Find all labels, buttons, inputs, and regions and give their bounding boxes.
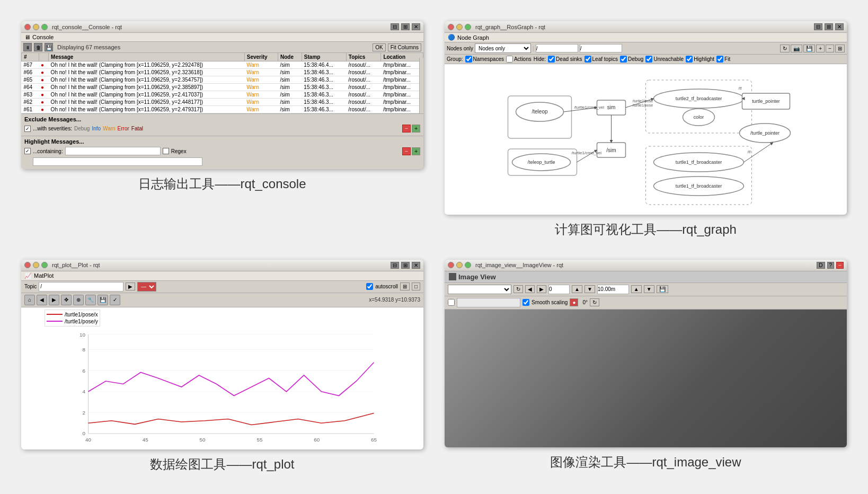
- imgview-scale-up-btn[interactable]: ▲: [631, 285, 642, 293]
- highlight-checkbox[interactable]: ✓: [24, 148, 31, 154]
- plot-config-select[interactable]: —: [137, 282, 156, 292]
- imgview-checkbox[interactable]: [448, 299, 455, 306]
- table-row[interactable]: #62 ● Oh no! I hit the wall! (Clamping f…: [22, 99, 423, 106]
- table-row[interactable]: #63 ● Oh no! I hit the wall! (Clamping f…: [22, 91, 423, 99]
- max-btn[interactable]: [41, 24, 48, 30]
- highlight-checkbox[interactable]: [686, 56, 693, 63]
- imgview-scale-down-btn[interactable]: ▼: [644, 285, 654, 293]
- table-row[interactable]: #66 ● Oh no! I hit the wall! (Clamping f…: [22, 69, 423, 76]
- table-row[interactable]: #67 ● Oh no! I hit the wall! (Clamping f…: [22, 61, 423, 69]
- imgview-zoom-down-btn[interactable]: ▼: [584, 285, 595, 293]
- graph-save-btn[interactable]: 💾: [803, 45, 815, 52]
- imgview-icon-1[interactable]: D: [817, 262, 825, 269]
- highlight-add-btn[interactable]: +: [412, 147, 420, 155]
- smooth-scaling-checkbox[interactable]: [522, 299, 529, 306]
- graph-refresh-btn[interactable]: ↻: [780, 45, 790, 52]
- debug-checkbox[interactable]: [620, 56, 627, 63]
- console-icon-1[interactable]: ⊟: [391, 23, 399, 30]
- zoom-plot-icon[interactable]: ⊕: [73, 295, 84, 305]
- min-btn[interactable]: [33, 24, 39, 30]
- dead-sinks-checkbox[interactable]: [548, 56, 555, 63]
- row-icon: ●: [39, 61, 49, 69]
- home-plot-icon[interactable]: ⌂: [24, 295, 35, 305]
- clear-icon[interactable]: 🗑: [34, 43, 42, 51]
- plot-icon-2[interactable]: ⊞: [401, 262, 410, 269]
- exclude-remove-btn[interactable]: −: [402, 125, 411, 133]
- imgview-prev-btn[interactable]: ◀: [525, 285, 535, 293]
- highlight-input[interactable]: [65, 147, 161, 155]
- check-plot-icon[interactable]: ✓: [110, 295, 120, 305]
- imgview-zoom-input[interactable]: [548, 285, 570, 294]
- plot-btn1[interactable]: ⊞: [400, 283, 410, 290]
- graph-search2[interactable]: [580, 44, 622, 52]
- imgview-close-btn[interactable]: [448, 262, 454, 268]
- back-plot-icon[interactable]: ◀: [37, 295, 47, 305]
- plot-max-btn[interactable]: [41, 262, 48, 268]
- fit-checkbox[interactable]: [716, 56, 723, 63]
- imgview-scale-input[interactable]: [597, 285, 629, 294]
- svg-text:4: 4: [82, 389, 85, 394]
- graph-icon-1[interactable]: ⊟: [814, 23, 822, 30]
- fit-columns-button[interactable]: Fit Columns: [388, 43, 421, 51]
- graph-max-btn[interactable]: [465, 24, 471, 30]
- plot-close-icon[interactable]: ✕: [412, 262, 420, 269]
- regex-checkbox[interactable]: [163, 148, 169, 154]
- table-row[interactable]: #61 ● Oh no! I hit the wall! (Clamping f…: [22, 106, 423, 113]
- save-plot-icon[interactable]: 💾: [98, 295, 108, 305]
- highlight-remove-btn[interactable]: −: [402, 147, 411, 155]
- console-close-icon[interactable]: ✕: [412, 23, 420, 30]
- plot-btn2[interactable]: □: [412, 283, 420, 290]
- imgview-rotate-btn[interactable]: ↻: [590, 298, 599, 306]
- table-row[interactable]: #65 ● Oh no! I hit the wall! (Clamping f…: [22, 76, 423, 84]
- imgview-icon-2[interactable]: ?: [827, 262, 835, 269]
- graph-icon-2[interactable]: ⊞: [825, 23, 833, 30]
- topic-input[interactable]: [39, 282, 123, 292]
- ok-button[interactable]: OK: [373, 43, 385, 51]
- ns-checkbox[interactable]: [465, 56, 472, 63]
- add-topic-btn[interactable]: ▶: [126, 283, 135, 290]
- imgview-text-input[interactable]: [457, 298, 520, 307]
- config-plot-icon[interactable]: 🔧: [85, 295, 96, 305]
- graph-close-btn[interactable]: [448, 24, 454, 30]
- highlight-input2[interactable]: [33, 157, 202, 166]
- console-scrollbar[interactable]: [419, 58, 423, 113]
- imgview-max-btn[interactable]: [465, 262, 471, 268]
- forward-plot-icon[interactable]: ▶: [49, 295, 59, 305]
- imgview-zoom-up-btn[interactable]: ▲: [572, 285, 582, 293]
- graph-close-icon[interactable]: ✕: [835, 23, 844, 30]
- save-icon[interactable]: 💾: [45, 43, 53, 51]
- svg-text:turtle_pointer: turtle_pointer: [752, 99, 780, 104]
- imgview-close-x-icon[interactable]: −: [836, 262, 844, 269]
- graph-zoom-out-btn[interactable]: −: [826, 45, 834, 52]
- graph-zoom-in-btn[interactable]: +: [816, 45, 825, 52]
- imgview-record-btn[interactable]: ●: [570, 298, 578, 306]
- graph-camera-btn[interactable]: 📷: [791, 45, 802, 52]
- close-btn[interactable]: [24, 24, 31, 30]
- graph-min-btn[interactable]: [456, 24, 463, 30]
- pan-plot-icon[interactable]: ✥: [61, 295, 72, 305]
- unreachable-checkbox[interactable]: [645, 56, 652, 63]
- svg-text:color: color: [694, 114, 704, 120]
- exclude-checkbox[interactable]: ✓: [24, 126, 31, 132]
- imgview-window-title: rqt_image_view__ImageView - rqt: [475, 262, 563, 268]
- imgview-refresh-btn[interactable]: ↻: [513, 285, 523, 293]
- plot-icon-1[interactable]: ⊟: [391, 262, 399, 269]
- row-id: #67: [22, 61, 39, 69]
- svg-text:/teleop: /teleop: [532, 109, 547, 114]
- plot-min-btn[interactable]: [33, 262, 39, 268]
- table-row[interactable]: #64 ● Oh no! I hit the wall! (Clamping f…: [22, 84, 423, 91]
- imgview-min-btn[interactable]: [456, 262, 463, 268]
- graph-mode-select[interactable]: Nodes only Nodes/Topics (all): [475, 43, 531, 53]
- graph-search1[interactable]: [536, 44, 578, 52]
- imgview-next-btn[interactable]: ▶: [537, 285, 546, 293]
- graph-fit-btn[interactable]: ⊞: [835, 45, 845, 52]
- imgview-topic-select[interactable]: [448, 285, 511, 294]
- plot-close-btn[interactable]: [24, 262, 31, 268]
- exclude-add-btn[interactable]: +: [412, 125, 420, 133]
- actions-checkbox[interactable]: [506, 56, 513, 63]
- leaf-topics-checkbox[interactable]: [584, 56, 591, 63]
- autoscroll-checkbox[interactable]: [366, 283, 373, 290]
- pause-icon[interactable]: ⏸: [23, 43, 32, 51]
- imgview-save-btn[interactable]: 💾: [657, 285, 668, 293]
- console-icon-2[interactable]: ⊞: [401, 23, 410, 30]
